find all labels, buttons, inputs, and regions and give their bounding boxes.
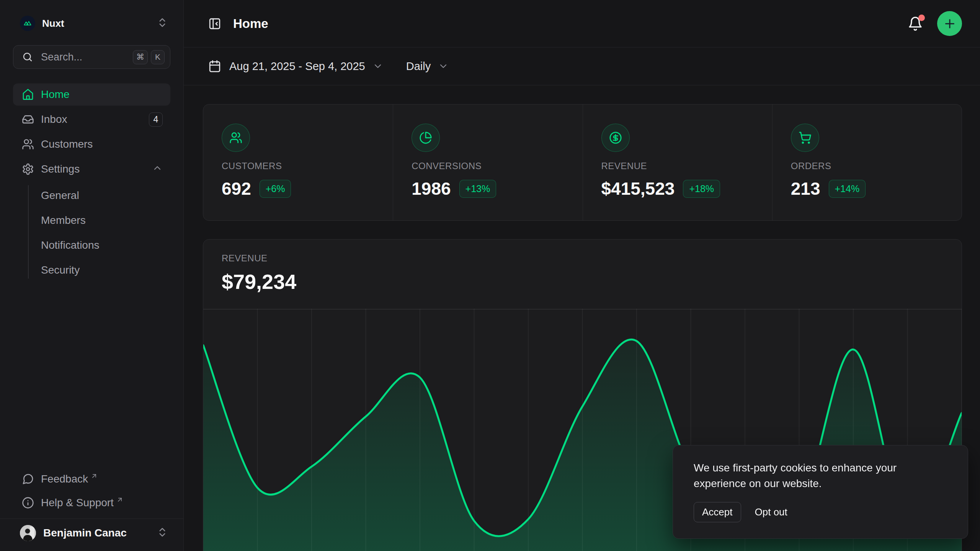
chevron-down-icon bbox=[438, 61, 449, 72]
sidebar-item-inbox[interactable]: Inbox 4 bbox=[13, 108, 170, 130]
info-circle-icon bbox=[22, 497, 34, 509]
chevron-updown-icon bbox=[157, 17, 168, 30]
help-support-link[interactable]: Help & Support bbox=[13, 491, 170, 515]
page-title: Home bbox=[233, 16, 908, 31]
user-menu[interactable]: Benjamin Canac bbox=[13, 519, 170, 549]
sidebar-item-label: Customers bbox=[41, 138, 163, 150]
revenue-chart-label: REVENUE bbox=[222, 253, 962, 264]
date-range-label: Aug 21, 2025 - Sep 4, 2025 bbox=[229, 60, 365, 73]
dollar-circle-icon bbox=[601, 124, 630, 152]
search-input[interactable]: Search... ⌘ K bbox=[13, 45, 170, 69]
stat-value: 1986 bbox=[412, 178, 451, 199]
page-header: Home bbox=[184, 0, 980, 47]
gear-icon bbox=[22, 163, 34, 175]
sidebar: Nuxt Search... ⌘ K Home bbox=[0, 0, 184, 551]
stat-card-customers[interactable]: CUSTOMERS 692 +6% bbox=[203, 104, 393, 220]
shopping-cart-icon bbox=[791, 124, 819, 152]
stat-delta-badge: +13% bbox=[459, 180, 497, 198]
sidebar-collapse-button[interactable] bbox=[208, 17, 221, 30]
sidebar-subitem-members[interactable]: Members bbox=[41, 208, 170, 233]
avatar bbox=[20, 525, 36, 541]
external-link-icon bbox=[90, 470, 98, 483]
chevron-down-icon bbox=[372, 61, 383, 72]
external-link-icon bbox=[116, 494, 124, 506]
inbox-count-badge: 4 bbox=[149, 112, 163, 127]
chat-bubble-icon bbox=[22, 473, 34, 485]
sidebar-subitem-general[interactable]: General bbox=[41, 183, 170, 208]
stat-card-revenue[interactable]: REVENUE $415,523 +18% bbox=[583, 104, 772, 220]
notification-dot bbox=[918, 15, 925, 21]
cookie-message: We use first-party cookies to enhance yo… bbox=[694, 460, 931, 491]
stat-delta-badge: +18% bbox=[683, 180, 720, 198]
stat-label: CONVERSIONS bbox=[412, 161, 582, 171]
granularity-select[interactable]: Daily bbox=[406, 60, 449, 73]
sidebar-item-label: Inbox bbox=[41, 113, 149, 126]
subitem-label: General bbox=[41, 189, 79, 202]
help-support-label: Help & Support bbox=[41, 497, 114, 509]
sidebar-item-label: Home bbox=[41, 88, 163, 101]
users-icon bbox=[22, 138, 34, 150]
search-icon bbox=[22, 51, 33, 63]
stat-label: ORDERS bbox=[791, 161, 962, 171]
stats-row: CUSTOMERS 692 +6% CONVERSIONS 1986 +13% bbox=[203, 104, 962, 221]
stat-value: 692 bbox=[222, 178, 251, 199]
sidebar-subitem-security[interactable]: Security bbox=[41, 258, 170, 282]
calendar-icon bbox=[208, 60, 221, 73]
feedback-link[interactable]: Feedback bbox=[13, 467, 170, 491]
cookie-optout-button[interactable]: Opt out bbox=[755, 506, 787, 518]
cookie-accept-button[interactable]: Accept bbox=[694, 502, 741, 522]
sidebar-subitem-notifications[interactable]: Notifications bbox=[41, 233, 170, 258]
filter-toolbar: Aug 21, 2025 - Sep 4, 2025 Daily bbox=[184, 47, 980, 85]
workspace-switcher[interactable]: Nuxt bbox=[13, 11, 170, 36]
subitem-label: Security bbox=[41, 264, 80, 276]
kbd-k: K bbox=[151, 50, 165, 64]
stat-label: REVENUE bbox=[601, 161, 772, 171]
granularity-value: Daily bbox=[406, 60, 431, 73]
sidebar-footer: Feedback Help & Support Benjamin bbox=[13, 467, 170, 551]
kbd-meta: ⌘ bbox=[133, 50, 148, 64]
users-icon bbox=[222, 124, 250, 152]
nuxt-logo bbox=[20, 16, 35, 31]
stat-delta-badge: +6% bbox=[260, 180, 291, 198]
chevron-up-icon bbox=[152, 163, 163, 176]
stat-delta-badge: +14% bbox=[829, 180, 866, 198]
notifications-button[interactable] bbox=[908, 16, 923, 31]
stat-label: CUSTOMERS bbox=[222, 161, 393, 171]
sidebar-item-settings[interactable]: Settings bbox=[13, 158, 170, 180]
sidebar-item-label: Settings bbox=[41, 163, 152, 175]
search-placeholder: Search... bbox=[41, 51, 130, 63]
cookie-banner: We use first-party cookies to enhance yo… bbox=[673, 445, 968, 539]
settings-subnav: General Members Notifications Security bbox=[13, 183, 170, 282]
stat-card-conversions[interactable]: CONVERSIONS 1986 +13% bbox=[393, 104, 582, 220]
stat-value: $415,523 bbox=[601, 178, 675, 199]
home-icon bbox=[22, 88, 34, 101]
stat-value: 213 bbox=[791, 178, 820, 199]
sidebar-item-home[interactable]: Home bbox=[13, 83, 170, 106]
add-button[interactable] bbox=[937, 11, 962, 36]
pie-chart-icon bbox=[412, 124, 440, 152]
workspace-name: Nuxt bbox=[42, 18, 157, 29]
subitem-label: Notifications bbox=[41, 239, 100, 251]
feedback-label: Feedback bbox=[41, 473, 88, 485]
chevron-updown-icon bbox=[157, 527, 168, 540]
inbox-icon bbox=[22, 113, 34, 126]
revenue-chart-value: $79,234 bbox=[222, 270, 962, 293]
stat-card-orders[interactable]: ORDERS 213 +14% bbox=[772, 104, 962, 220]
user-name: Benjamin Canac bbox=[43, 527, 157, 539]
subitem-label: Members bbox=[41, 214, 86, 227]
date-range-picker[interactable]: Aug 21, 2025 - Sep 4, 2025 bbox=[208, 60, 383, 73]
sidebar-nav: Home Inbox 4 Customers Settings bbox=[13, 83, 170, 282]
sidebar-item-customers[interactable]: Customers bbox=[13, 133, 170, 155]
